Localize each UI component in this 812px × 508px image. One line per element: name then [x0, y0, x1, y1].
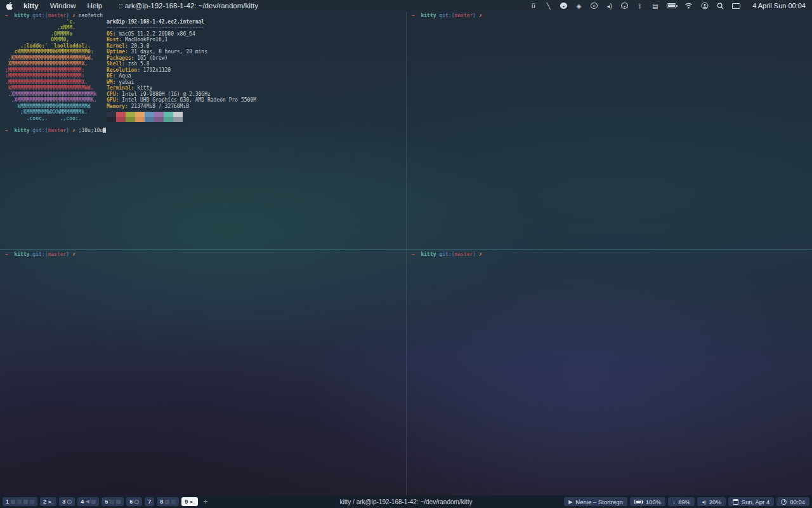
neofetch-ascii-line: cKMMMMMMMMMMNWMMMMMMMMMM0: [5, 49, 107, 55]
window-title: :: ark@ip-192-168-1-42: ~/dev/random/kit… [119, 2, 258, 10]
camera-app-icon [91, 500, 96, 504]
space-chip-5[interactable]: 5 [102, 497, 124, 506]
palette-swatch [126, 117, 135, 122]
play-icon: ▶ [568, 499, 572, 505]
menu-bar-status-icons: ü ╲ ▸ ◈ n ◂) ▸ ᛒ ▤ 4 April Sun 00:04 [530, 2, 806, 10]
neofetch-ascii-line: .XMMMMMMMMMMMMMMMMMMMMMMMMK. [5, 97, 107, 104]
app-window-icon [116, 500, 121, 504]
neofetch-ascii-line: kMMMMMMMMMMMMMMMMMMMMMMMMWd. [5, 85, 107, 91]
volume-segment[interactable]: ◂)20% [697, 497, 726, 506]
palette-swatch [116, 112, 126, 117]
menu-bar: kitty Window Help :: ark@ip-192-168-1-42… [0, 0, 812, 11]
music-icon[interactable]: ▸ [621, 3, 628, 9]
prompt-line: → kitty git:(master) ✗ [412, 13, 812, 19]
neofetch-ascii-line: :MMMMMMMMMMMMMMMMMMMMMMMM: [5, 73, 107, 79]
telegram-app-icon [86, 500, 89, 504]
typed-command: ;10u;10u [79, 128, 103, 133]
palette-swatch [154, 117, 164, 122]
prompt-dirty: ✗ [72, 13, 79, 18]
neofetch-info-row: Host: MacBookPro16,1 [107, 37, 256, 43]
neofetch-ascii-line: ;MMMMMMMMMMMMMMMMMMMMMMMM: [5, 67, 107, 74]
notunes-icon[interactable]: n [591, 3, 598, 9]
battery-icon[interactable] [667, 3, 676, 8]
terminal-pane-top-left[interactable]: → kitty git:(master) ✗ neofetch 'c. ,xNM… [0, 11, 406, 250]
date-segment[interactable]: Sun, Apr 4 [728, 497, 774, 506]
app-window-icon [23, 500, 28, 504]
neofetch-ascii-line: OMMM0, [5, 37, 107, 43]
prompt-line: → kitty git:(master) ✗ [5, 251, 406, 258]
battery-segment[interactable]: 100% [630, 497, 665, 506]
command-neofetch: neofetch [79, 13, 103, 18]
volume-icon[interactable]: ◂) [606, 2, 613, 10]
unity-icon[interactable]: ◈ [575, 2, 582, 10]
palette-row-normal [107, 117, 256, 122]
add-space-button[interactable]: + [203, 497, 207, 506]
palette-swatch [126, 112, 135, 117]
calendar-icon [733, 499, 738, 505]
neofetch-ascii-line: .;loddo:' loolloddol;. [5, 43, 107, 50]
palette-swatch [107, 117, 116, 122]
user-switch-icon[interactable] [701, 2, 709, 10]
menu-help[interactable]: Help [88, 2, 103, 10]
circle-app-icon [134, 500, 139, 504]
space-chip-2[interactable]: 2>_ [40, 497, 56, 506]
neofetch-ascii-line: 'c. [5, 19, 107, 25]
speaker-icon: ◂) [702, 499, 706, 505]
wifi-icon[interactable] [684, 2, 693, 10]
prompt-line: → kitty git:(master) ✗ neofetch [5, 13, 406, 19]
desktop: kitty Window Help :: ark@ip-192-168-1-42… [0, 0, 812, 508]
prompt-line-active[interactable]: → kitty git:(master) ✗ ;10u;10u [5, 128, 406, 134]
terminal-cursor [103, 128, 106, 133]
space-chip-9-active[interactable]: 9>_ [181, 497, 198, 506]
prompt-cwd: kitty [14, 13, 32, 18]
neofetch-info-row: Resolution: 1792x1120 [107, 67, 256, 74]
palette-row-bright [107, 112, 256, 117]
status-bar: 1 2>_ 3 4 5 6 7 8 9>_ + kitty / ark@ip-1… [0, 495, 812, 508]
display-icon[interactable] [732, 3, 740, 9]
palette-swatch [173, 117, 183, 122]
terminal-pane-bottom-left[interactable]: → kitty git:(master) ✗ [0, 250, 406, 495]
app-window-icon [11, 500, 15, 504]
now-playing-segment[interactable]: ▶Nénie – Stortregn [564, 497, 627, 506]
telegram-icon[interactable]: ▸ [560, 3, 567, 9]
circle-app-icon [67, 500, 72, 504]
app-window-icon [165, 500, 169, 504]
neofetch-info-row: Kernel: 20.3.0 [107, 43, 256, 50]
space-chip-6[interactable]: 6 [126, 497, 142, 506]
terminal-pane-top-right[interactable]: → kitty git:(master) ✗ [407, 11, 812, 250]
apple-menu[interactable] [6, 2, 13, 10]
kitty-terminal: → kitty git:(master) ✗ neofetch 'c. ,xNM… [0, 11, 812, 495]
palette-swatch [145, 112, 154, 117]
neofetch-ascii-line: ,xNMM. [5, 25, 107, 31]
wand-icon[interactable]: ╲ [545, 2, 552, 10]
neofetch-info-row: Packages: 165 (brew) [107, 55, 256, 62]
app-menu-kitty[interactable]: kitty [23, 2, 39, 10]
space-chip-4[interactable]: 4 [77, 497, 99, 506]
neofetch-info-row: GPU: Intel UHD Graphics 630, AMD Radeon … [107, 97, 256, 104]
pane-divider-vertical[interactable] [406, 11, 407, 495]
terminal-pane-bottom-right[interactable]: → kitty git:(master) ✗ [407, 250, 812, 495]
indicator-segment[interactable]: ↓89% [668, 497, 695, 506]
space-chip-7[interactable]: 7 [145, 497, 154, 506]
palette-swatch [164, 112, 173, 117]
space-chip-8[interactable]: 8 [157, 497, 179, 506]
bluetooth-icon[interactable]: ᛒ [636, 2, 643, 10]
neofetch-info-row: Shell: zsh 5.8 [107, 61, 256, 67]
pane-divider-horizontal[interactable] [0, 250, 812, 250]
prompt-git-prefix: git:( [32, 13, 48, 18]
neofetch-info-row: Memory: 21374MiB / 32768MiB [107, 104, 256, 110]
uebersicht-icon[interactable]: ü [530, 2, 537, 10]
input-source-icon[interactable]: ▤ [652, 2, 658, 10]
menu-bar-clock[interactable]: 4 April Sun 00:04 [752, 2, 806, 10]
time-segment[interactable]: 00:04 [776, 497, 809, 506]
space-chip-3[interactable]: 3 [59, 497, 75, 506]
spotlight-icon[interactable] [717, 2, 724, 10]
menu-window[interactable]: Window [50, 2, 76, 10]
space-chip-1[interactable]: 1 [3, 497, 37, 506]
palette-swatch [116, 117, 126, 122]
neofetch-info-row: OS: macOS 11.2.2 20D80 x86_64 [107, 31, 256, 37]
neofetch-info-row: WM: yabai [107, 79, 256, 86]
neofetch-info-row: CPU: Intel i9-9880H (16) @ 2.30GHz [107, 91, 256, 98]
neofetch-info-row: Uptime: 31 days, 8 hours, 28 mins [107, 49, 256, 55]
down-arrow-icon: ↓ [672, 499, 675, 505]
